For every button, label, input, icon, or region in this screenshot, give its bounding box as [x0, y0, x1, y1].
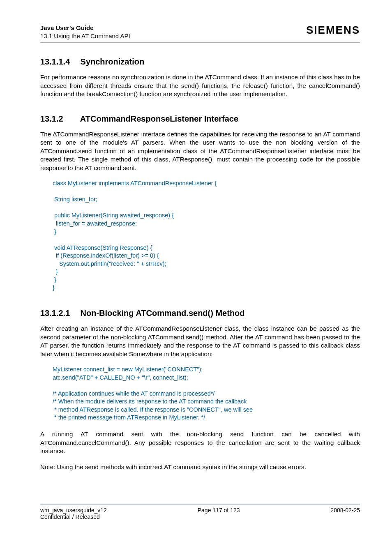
brand-logo: SIEMENS: [306, 24, 360, 37]
section-heading-listener: 13.1.2 ATCommandResponseListener Interfa…: [40, 114, 360, 124]
header: Java User's Guide 13.1 Using the AT Comm…: [40, 24, 360, 40]
footer-doc-id: wm_java_usersguide_v12: [40, 507, 107, 514]
code-block-send: MyListener connect_list = new MyListener…: [53, 366, 360, 422]
footer-left: wm_java_usersguide_v12 Confidential / Re…: [40, 507, 107, 520]
footer: wm_java_usersguide_v12 Confidential / Re…: [40, 504, 360, 520]
section-para: The ATCommandResponseListener interface …: [40, 130, 360, 173]
footer-page: Page 117 of 123: [198, 507, 240, 520]
doc-subtitle: 13.1 Using the AT Command API: [40, 32, 130, 40]
footer-divider: [40, 504, 360, 505]
header-divider: [40, 42, 360, 43]
section-title: Synchronization: [81, 57, 145, 66]
page: Java User's Guide 13.1 Using the AT Comm…: [0, 0, 392, 530]
section-heading-nonblocking: 13.1.2.1 Non-Blocking ATCommand.send() M…: [40, 309, 360, 318]
footer-date: 2008-02-25: [330, 507, 360, 520]
section-number: 13.1.2.1: [40, 309, 78, 318]
section-heading-sync: 13.1.1.4 Synchronization: [40, 57, 360, 67]
section-para: Note: Using the send methods with incorr…: [40, 463, 360, 472]
section-title: ATCommandResponseListener Interface: [80, 114, 238, 123]
header-left: Java User's Guide 13.1 Using the AT Comm…: [40, 24, 130, 40]
section-para: A running AT command sent with the non-b…: [40, 430, 360, 456]
footer-confidential: Confidential / Released: [40, 514, 100, 520]
doc-title: Java User's Guide: [40, 24, 130, 32]
code-block-listener: class MyListener implements ATCommandRes…: [53, 180, 360, 292]
section-para: After creating an instance of the ATComm…: [40, 325, 360, 358]
footer-row: wm_java_usersguide_v12 Confidential / Re…: [40, 507, 360, 520]
section-number: 13.1.2: [40, 114, 78, 124]
section-para: For performance reasons no synchronizati…: [40, 73, 360, 99]
section-title: Non-Blocking ATCommand.send() Method: [81, 309, 245, 318]
section-number: 13.1.1.4: [40, 57, 78, 67]
